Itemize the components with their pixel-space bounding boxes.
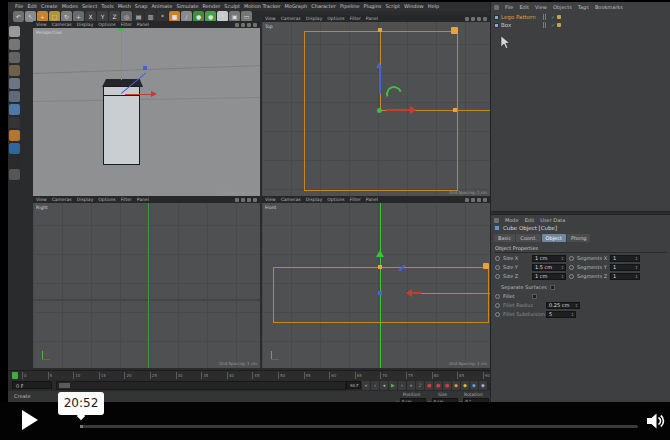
zoom-view-icon[interactable]	[241, 198, 245, 202]
materials-create-menu[interactable]: Create	[14, 393, 31, 399]
viewport-menu-item[interactable]: View	[265, 16, 276, 21]
axis-x-handle[interactable]	[412, 292, 422, 294]
viewport-menu-item[interactable]: Display	[306, 197, 323, 202]
model-mode-icon[interactable]	[9, 39, 20, 50]
attribute-menu-item[interactable]: Edit	[525, 217, 535, 223]
keyframe-dot-icon[interactable]	[495, 256, 500, 261]
menubar-item[interactable]: Help	[428, 3, 439, 11]
viewport-menu-item[interactable]: Panel	[137, 22, 149, 27]
pan-view-icon[interactable]	[235, 198, 239, 202]
axis-x-arrow[interactable]	[151, 91, 157, 97]
viewport-menu-item[interactable]: Panel	[137, 197, 149, 202]
menubar-item[interactable]: Create	[41, 3, 58, 11]
spinner-icon[interactable]: ↕	[561, 256, 564, 261]
zoom-view-icon[interactable]	[471, 198, 475, 202]
menubar-item[interactable]: Character	[311, 3, 336, 11]
menubar-item[interactable]: Sculpt	[224, 3, 240, 11]
spinner-icon[interactable]: ↕	[635, 256, 638, 261]
make-editable-icon[interactable]	[9, 26, 20, 37]
viewport-menu-item[interactable]: Filter	[121, 197, 132, 202]
menubar-item[interactable]: Select	[82, 3, 97, 11]
enabled-check-icon[interactable]: ✓	[551, 14, 555, 20]
size-z-field[interactable]: 1 cm↕	[532, 273, 566, 280]
tag-icon[interactable]	[557, 23, 561, 27]
menubar-item[interactable]: MoGraph	[285, 3, 308, 11]
keyframe-selection-icon[interactable]: ●	[443, 381, 451, 390]
object-name[interactable]: Box	[501, 22, 541, 28]
locked-workplane-icon[interactable]	[9, 156, 20, 167]
viewport-menu-item[interactable]: View	[36, 197, 47, 202]
menubar-item[interactable]: File	[15, 3, 23, 11]
cube-front-face[interactable]	[103, 95, 140, 165]
toggle-view-icon[interactable]	[253, 198, 257, 202]
object-name[interactable]: Lego Pattern	[501, 14, 541, 20]
tab-object[interactable]: Object	[542, 234, 566, 242]
workplane-mode-icon[interactable]	[9, 65, 20, 76]
menubar-item[interactable]: Edit	[27, 3, 37, 11]
enable-axis-icon[interactable]	[9, 117, 20, 128]
object-manager-menu-item[interactable]: Objects	[553, 4, 572, 10]
key-scale-icon[interactable]: ◆	[461, 381, 469, 390]
enable-snap-icon[interactable]	[9, 130, 20, 141]
viewport-solo-icon[interactable]	[9, 143, 20, 154]
pan-view-icon[interactable]	[235, 23, 239, 27]
tab-phong[interactable]: Phong	[567, 234, 591, 242]
viewport-menu-item[interactable]: Cameras	[281, 16, 301, 21]
separate-surfaces-checkbox[interactable]	[550, 285, 555, 290]
zoom-view-icon[interactable]	[471, 17, 475, 21]
edge-handle-top[interactable]	[378, 28, 382, 32]
axis-z-handle[interactable]	[379, 68, 381, 94]
axis-y-arrow[interactable]	[376, 250, 384, 257]
keyframe-dot-icon[interactable]	[569, 256, 574, 261]
viewport-menu-item[interactable]: Cameras	[281, 197, 301, 202]
keyframe-dot-icon[interactable]	[495, 294, 500, 299]
size-y-field[interactable]: 1.5 cm↕	[532, 264, 566, 271]
spinner-icon[interactable]: ↕	[575, 303, 578, 308]
spinner-icon[interactable]: ↕	[635, 265, 638, 270]
tag-icon[interactable]	[557, 15, 561, 19]
object-manager-menu-item[interactable]: Bookmarks	[595, 4, 623, 10]
spinner-icon[interactable]: ↕	[571, 312, 574, 317]
visibility-dots-icon[interactable]	[543, 22, 549, 28]
panel-splitter[interactable]	[491, 211, 670, 215]
viewport-menu-item[interactable]: Options	[327, 16, 344, 21]
menubar-item[interactable]: Mesh	[118, 3, 131, 11]
undo-icon[interactable]: ↶	[13, 11, 24, 22]
play-forwards-icon[interactable]: ▶	[389, 381, 397, 390]
timeline-ruler[interactable]: 051015202530354045505560657075808590	[8, 370, 490, 380]
axis-z-arrow[interactable]	[376, 62, 382, 68]
segments-z-field[interactable]: 1↕	[610, 273, 640, 280]
menubar-item[interactable]: Script	[385, 3, 400, 11]
menubar-item[interactable]: Window	[404, 3, 424, 11]
viewport-perspective[interactable]: ViewCamerasDisplayOptionsFilterPanel Per…	[33, 21, 260, 197]
viewport-menu-item[interactable]: Panel	[366, 197, 378, 202]
menubar-item[interactable]: Modes	[62, 3, 78, 11]
object-item[interactable]: Box ✓	[494, 21, 561, 29]
progress-marker[interactable]	[80, 425, 83, 428]
object-manager-menu-item[interactable]: Tags	[578, 4, 589, 10]
rotate-view-icon[interactable]	[477, 198, 481, 202]
viewport-menu-item[interactable]: Display	[77, 22, 94, 27]
fillet-subdivision-field[interactable]: 5↕	[546, 311, 576, 318]
previous-frame-icon[interactable]: ‹	[371, 381, 379, 390]
autokeying-icon[interactable]: ●	[434, 381, 442, 390]
play-backwards-icon[interactable]: ◂	[380, 381, 388, 390]
axis-z-dot[interactable]	[378, 291, 382, 295]
progress-bar[interactable]	[80, 425, 638, 428]
quantize-icon[interactable]	[9, 169, 20, 180]
axis-z-arrow[interactable]	[143, 66, 147, 70]
axis-line-horizontal[interactable]	[414, 293, 490, 294]
keyframe-dot-icon[interactable]	[495, 303, 500, 308]
viewport-menu-item[interactable]: Filter	[350, 197, 361, 202]
timeline-playhead[interactable]	[12, 372, 18, 379]
object-manager-menu-item[interactable]: View	[535, 4, 547, 10]
pan-view-icon[interactable]	[465, 17, 469, 21]
spinner-icon[interactable]: ↕	[561, 274, 564, 279]
object-item[interactable]: Lego Pattern ✓	[494, 13, 561, 21]
go-to-start-icon[interactable]: «	[362, 381, 370, 390]
next-frame-icon[interactable]: ›	[398, 381, 406, 390]
menubar-item[interactable]: Simulate	[176, 3, 198, 11]
segments-y-field[interactable]: 1↕	[610, 264, 640, 271]
axis-x-arrow[interactable]	[410, 106, 416, 114]
polygons-mode-icon[interactable]	[9, 104, 20, 115]
